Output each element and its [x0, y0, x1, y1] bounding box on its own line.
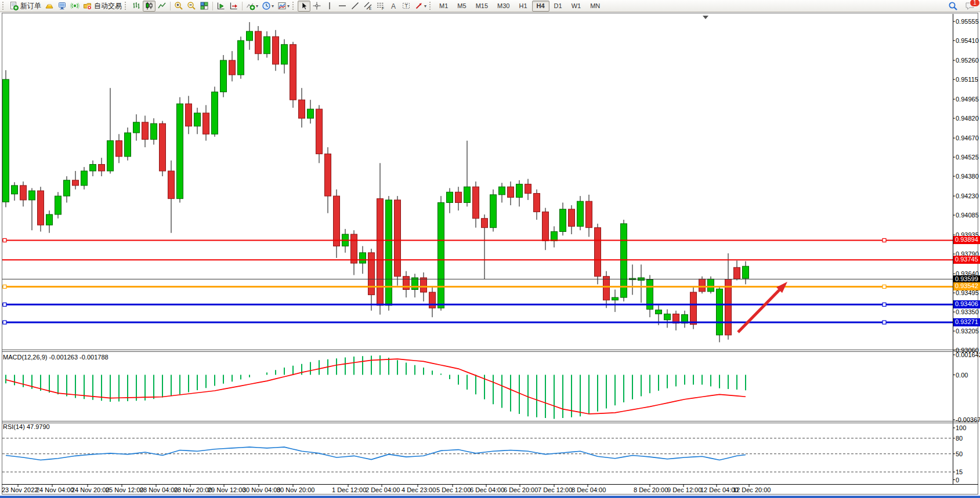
candle-body: [299, 100, 305, 118]
template-icon: [277, 1, 287, 10]
candle-body: [560, 209, 566, 232]
cursor-tool-button[interactable]: [298, 1, 310, 12]
candle-body: [499, 187, 505, 195]
candle-body: [203, 113, 209, 134]
chevron-down-icon: ▾: [272, 3, 274, 9]
text-tool-button[interactable]: A: [387, 1, 400, 12]
main-toolbar: 新订单: [0, 0, 980, 12]
tile-windows-icon: [200, 1, 209, 10]
mt4-application: 新订单: [0, 0, 980, 498]
timeframe-button-w1[interactable]: W1: [567, 1, 586, 12]
chart-canvas[interactable]: [0, 0, 980, 498]
line-chart-button[interactable]: [156, 1, 168, 12]
trendline-tool-button[interactable]: [349, 1, 361, 12]
candle-body: [99, 165, 105, 171]
toolbar-grip[interactable]: [429, 2, 432, 10]
candle-body: [482, 219, 488, 228]
timeframe-button-m15[interactable]: M15: [471, 1, 493, 12]
candle-body: [73, 180, 79, 186]
candle-body: [377, 199, 384, 306]
templates-button[interactable]: ▾: [276, 1, 291, 12]
timeframe-button-m30[interactable]: M30: [493, 1, 514, 12]
candle-body: [325, 154, 331, 196]
candle-body: [543, 212, 549, 241]
terminal-button[interactable]: [56, 1, 68, 12]
chat-button[interactable]: 1: [963, 1, 977, 12]
text-label-tool-button[interactable]: T: [400, 1, 413, 12]
candle-body: [281, 45, 288, 64]
price-tick-label: 0.95260: [956, 57, 979, 64]
auto-scroll-button[interactable]: [215, 1, 227, 12]
svg-text:A: A: [391, 2, 396, 10]
candle-body: [743, 266, 749, 278]
line-handle[interactable]: [3, 238, 6, 242]
vertical-line-tool-button[interactable]: [323, 1, 336, 12]
svg-text:F: F: [382, 6, 384, 10]
rsi-line: [6, 447, 746, 460]
text-icon: A: [389, 1, 398, 10]
indicators-button[interactable]: ▾: [244, 1, 260, 12]
candle-body: [534, 194, 540, 212]
fibonacci-icon: F: [376, 1, 385, 10]
candle-body: [455, 192, 462, 202]
horizontal-line-tool-button[interactable]: [336, 1, 349, 12]
svg-text:E: E: [369, 6, 372, 10]
zoom-out-button[interactable]: [185, 1, 198, 12]
line-handle[interactable]: [883, 303, 886, 306]
line-handle[interactable]: [883, 285, 886, 288]
time-tick-label: 29 Nov 12:00: [208, 486, 245, 493]
new-order-button[interactable]: 新订单: [8, 1, 43, 12]
chart-shift-button[interactable]: [227, 1, 240, 12]
candle-body: [464, 187, 471, 202]
price-line-badge: 0.93406: [953, 300, 980, 308]
candle-body: [447, 192, 453, 202]
tile-windows-button[interactable]: [198, 1, 211, 12]
time-tick-label: 23 Nov 2022: [2, 486, 38, 493]
candle-body: [3, 79, 9, 202]
fibonacci-tool-button[interactable]: F: [374, 1, 387, 12]
time-tick-label: 6 Dec 04:00: [470, 486, 504, 493]
periods-button[interactable]: ▾: [260, 1, 276, 12]
price-line-badge: 0.93894: [953, 236, 980, 244]
rsi-indicator-label: RSI(14) 47.9790: [3, 423, 50, 430]
signal-button[interactable]: [68, 1, 81, 12]
crosshair-tool-button[interactable]: [310, 1, 323, 12]
timeframe-button-h4[interactable]: H4: [532, 1, 549, 12]
candle-body: [151, 123, 157, 139]
candle-body: [508, 187, 514, 197]
line-handle[interactable]: [883, 238, 886, 242]
trend-arrow-line[interactable]: [738, 288, 781, 332]
channel-tool-button[interactable]: E: [361, 1, 374, 12]
candle-body: [699, 279, 706, 292]
candle-body: [516, 184, 523, 198]
candlestick-chart-button[interactable]: [143, 1, 156, 12]
timeframe-button-mn[interactable]: MN: [585, 1, 605, 12]
candlestick-chart-icon: [144, 1, 154, 10]
line-handle[interactable]: [3, 321, 6, 324]
toolbar-grip[interactable]: [2, 2, 5, 10]
zoom-in-button[interactable]: [172, 1, 185, 12]
gold-button[interactable]: [43, 1, 56, 12]
window-bottom-edge: [0, 496, 980, 498]
candle-body: [46, 215, 53, 225]
macd-indicator-label: MACD(12,26,9) -0.001263 -0.001788: [3, 354, 109, 361]
candle-body: [186, 104, 192, 126]
zoom-out-icon: [187, 1, 196, 10]
line-handle[interactable]: [3, 303, 6, 306]
rsi-axis-label: 80: [956, 435, 963, 442]
timeframe-button-d1[interactable]: D1: [549, 1, 567, 12]
auto-trading-button[interactable]: 自动交易: [81, 1, 124, 12]
timeframe-button-m5[interactable]: M5: [453, 1, 471, 12]
timeframe-button-m1[interactable]: M1: [435, 1, 453, 12]
candle-body: [290, 45, 296, 100]
toolbar-grip[interactable]: [292, 2, 295, 10]
line-handle[interactable]: [3, 285, 6, 288]
bar-chart-button[interactable]: [130, 1, 143, 12]
toolbar-grip[interactable]: [125, 2, 128, 10]
search-button[interactable]: [946, 1, 960, 12]
candle-body: [273, 37, 279, 64]
arrows-tool-button[interactable]: ▾: [413, 1, 428, 12]
line-handle[interactable]: [883, 321, 886, 324]
timeframe-button-h1[interactable]: H1: [514, 1, 531, 12]
price-tick-label: 0.94380: [956, 173, 979, 180]
